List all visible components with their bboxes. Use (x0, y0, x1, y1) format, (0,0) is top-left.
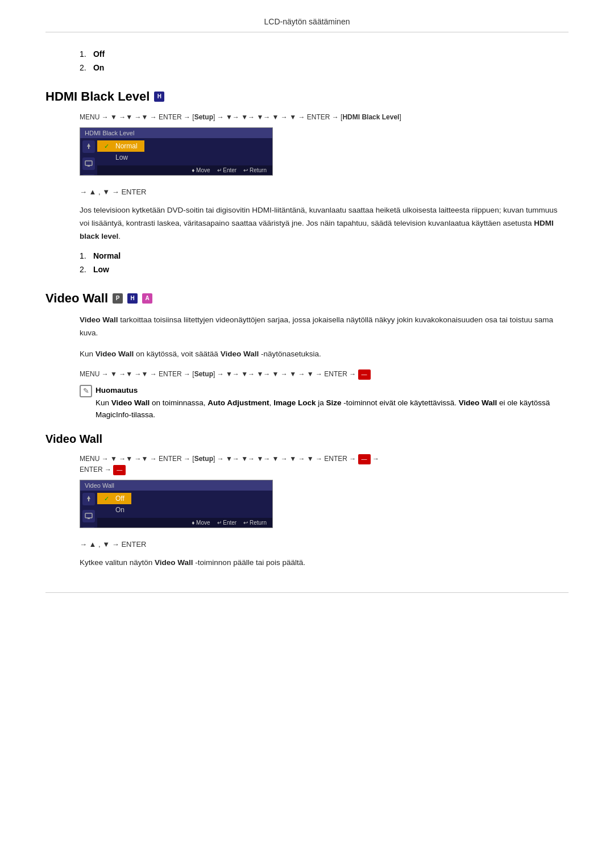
vw-screen-icon-antenna (82, 493, 95, 505)
list-item-2: 2. On (80, 63, 569, 72)
hdmi-screen: HDMI Black Level (80, 127, 273, 176)
videowall-section-heading: Video Wall P H A (45, 291, 569, 306)
hdmi-body-text: Jos televisioon kytketään DVD-soitin tai… (80, 204, 569, 243)
videowall-body-text1: Video Wall tarkoittaa toisiinsa liitetty… (80, 314, 569, 340)
hdmi-option-low: Low (97, 152, 144, 163)
svg-rect-1 (85, 161, 92, 165)
hdmi-screen-menu: ✓ Normal Low (97, 138, 144, 165)
hdmi-option-normal: ✓ Normal (97, 140, 144, 152)
hdmi-nav-hint: → ▲ , ▼ → ENTER (80, 188, 569, 196)
hdmi-section-heading: HDMI Black Level H (45, 89, 569, 104)
videowall-menu-path1: MENU → ▼ →▼ →▼ → ENTER → [Setup] → ▼→ ▼→… (80, 369, 569, 380)
hdmi-screen-container: HDMI Black Level (80, 127, 569, 177)
svg-rect-2 (88, 165, 90, 167)
vw-screen-icons-left (80, 491, 97, 528)
redblock-3: — (113, 465, 126, 475)
hdmi-list-low: 2. Low (80, 265, 569, 274)
videowall-screen-menu: ✓ Off On (97, 491, 131, 518)
vw-option-on: On (97, 504, 131, 516)
page-container: LCD-näytön säätäminen 1. Off 2. On HDMI … (0, 0, 614, 616)
videowall-screen-footer: ♦ Move ↵ Enter ↩ Return (80, 518, 272, 528)
hdmi-menu-path: MENU → ▼ →▼ →▼ → ENTER → [Setup] → ▼→ ▼→… (80, 112, 569, 123)
svg-rect-8 (88, 499, 89, 501)
svg-rect-9 (85, 513, 92, 518)
page-title: LCD-näytön säätäminen (45, 17, 569, 32)
note-text: Huomautus Kun Video Wall on toiminnassa,… (96, 384, 569, 421)
videowall2-heading: Video Wall (45, 433, 569, 446)
bottom-divider (45, 592, 569, 593)
videowall-screen: Video Wall (80, 480, 273, 528)
hdmi-screen-title: HDMI Black Level (80, 128, 272, 138)
redblock-1: — (358, 369, 371, 380)
vw-screen-icon-display (82, 510, 95, 522)
hdmi-badge: H (154, 92, 164, 102)
svg-rect-10 (88, 518, 90, 519)
hdmi-screen-footer: ♦ Move ↵ Enter ↩ Return (80, 165, 272, 175)
list-item-1: 1. Off (80, 49, 569, 59)
videowall-badge-h: H (127, 293, 138, 304)
vw-option-off: ✓ Off (97, 493, 131, 504)
note-icon: ✎ (80, 385, 92, 397)
videowall-screen-content: ✓ Off On (97, 491, 131, 518)
redblock-2: — (358, 454, 371, 464)
videowall-nav-hint: → ▲ , ▼ → ENTER (80, 540, 569, 549)
videowall-body-text2: Kun Video Wall on käytössä, voit säätää … (80, 348, 569, 361)
screen-icons-left (80, 138, 97, 176)
vw-screen-icon-circle (82, 527, 95, 528)
videowall-badge-a: A (142, 293, 152, 304)
screen-icon-circle (82, 175, 95, 176)
screen-icon-antenna (82, 140, 95, 153)
screen-icon-display (82, 157, 95, 170)
videowall-badge-p: P (113, 293, 123, 304)
videowall2-menu-path: MENU → ▼ →▼ →▼ → ENTER → [Setup] → ▼→ ▼→… (80, 454, 569, 475)
videowall-screen-container: Video Wall (80, 480, 569, 530)
videowall-body-text-final: Kytkee valitun näytön Video Wall -toimin… (80, 556, 569, 570)
videowall-screen-title: Video Wall (80, 480, 272, 491)
videowall-note: ✎ Huomautus Kun Video Wall on toiminnass… (80, 384, 569, 421)
svg-rect-0 (88, 147, 89, 149)
hdmi-screen-content: ✓ Normal Low (97, 138, 144, 165)
hdmi-list-normal: 1. Normal (80, 251, 569, 260)
